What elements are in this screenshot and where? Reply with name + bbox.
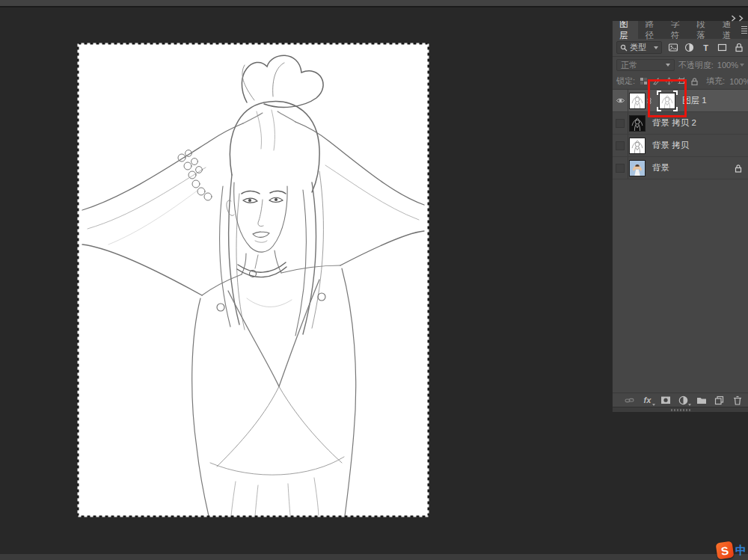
layer-mask-thumbnail[interactable]: [659, 93, 675, 109]
visibility-toggle[interactable]: [613, 112, 628, 134]
window-top-bar: [0, 0, 748, 7]
lock-label: 锁定:: [616, 76, 635, 87]
eye-icon: [616, 97, 625, 104]
panel-resize-handle[interactable]: [613, 407, 748, 412]
fill-value-select[interactable]: 100%: [729, 77, 748, 86]
layer-thumbnail[interactable]: [629, 160, 646, 176]
fill-label: 填充:: [706, 76, 725, 87]
lock-artboard-button[interactable]: [678, 77, 686, 86]
layer-thumbnail[interactable]: [629, 115, 646, 132]
layer-effects-button[interactable]: fx: [642, 395, 653, 406]
group-layers-button[interactable]: [696, 395, 707, 406]
tab-character[interactable]: 字符: [664, 21, 690, 39]
layer-name: 背景 拷贝 2: [652, 117, 696, 129]
panel-tab-bar: 图层 路径 字符 段落 通道: [613, 21, 748, 39]
layer-row-background[interactable]: 背景: [613, 157, 748, 179]
ime-indicator[interactable]: S 中: [717, 542, 747, 559]
blend-mode-value: 正常: [621, 60, 637, 71]
layer-thumbnail[interactable]: [629, 93, 646, 109]
hidden-visibility-well: [616, 164, 625, 173]
chevron-down-icon: [688, 404, 691, 406]
layer-filter-row: 类型 T: [613, 39, 748, 57]
document-canvas[interactable]: [79, 44, 428, 516]
panel-menu-icon[interactable]: [741, 21, 748, 39]
layer-row-bg-copy-2[interactable]: 背景 拷贝 2: [613, 112, 748, 135]
filter-shape-layers-icon[interactable]: [717, 42, 728, 53]
layer-lock-icon: [735, 164, 742, 173]
delete-layer-button[interactable]: [732, 395, 743, 406]
tab-paths[interactable]: 路径: [638, 21, 663, 39]
chevron-down-icon: [740, 64, 744, 67]
link-layers-button[interactable]: [624, 395, 635, 406]
opacity-value: 100%: [717, 61, 738, 70]
chevron-down-icon: [654, 46, 658, 49]
layer-row-layer-1[interactable]: 图层 1: [613, 90, 748, 112]
sketch-artwork: [79, 44, 428, 516]
tab-layers[interactable]: 图层: [613, 21, 638, 39]
mask-selected-corner: [673, 90, 678, 95]
filter-type-layers-icon[interactable]: T: [700, 42, 711, 53]
filter-kind-select[interactable]: 类型: [616, 41, 662, 54]
lock-position-button[interactable]: [665, 77, 673, 86]
chevron-down-icon: [652, 404, 655, 406]
visibility-toggle[interactable]: [613, 90, 628, 111]
blend-mode-select[interactable]: 正常: [616, 59, 675, 71]
filter-smart-object-icon[interactable]: [733, 42, 744, 53]
lock-transparency-button[interactable]: [640, 77, 648, 86]
layer-name: 背景 拷贝: [652, 140, 689, 151]
lock-all-button[interactable]: [690, 77, 699, 86]
filter-pixel-layers-icon[interactable]: [667, 42, 678, 53]
ime-lang-indicator[interactable]: 中: [735, 544, 747, 558]
panel-empty-area: [613, 179, 748, 393]
visibility-toggle[interactable]: [613, 135, 628, 156]
mask-selected-corner: [657, 90, 661, 95]
new-layer-button[interactable]: [714, 395, 725, 406]
tab-paragraph[interactable]: 段落: [690, 21, 715, 39]
filter-adjustment-layers-icon[interactable]: [684, 42, 695, 53]
mask-selected-corner: [657, 107, 661, 111]
ime-logo[interactable]: S: [716, 541, 735, 560]
mask-selected-corner: [673, 107, 678, 111]
taskbar-strip: [0, 554, 748, 560]
adjustment-layer-button[interactable]: [678, 395, 689, 406]
drag-handle-dots: [671, 409, 690, 411]
search-icon: [620, 44, 628, 52]
blend-options-row: 正常 不透明度: 100%: [613, 57, 748, 73]
layer-name: 图层 1: [682, 95, 707, 106]
opacity-value-select[interactable]: 100%: [717, 61, 744, 70]
filter-kind-label: 类型: [630, 42, 646, 53]
tab-channels[interactable]: 通道: [716, 21, 741, 39]
layer-row-bg-copy[interactable]: 背景 拷贝: [613, 135, 748, 157]
collapse-panels-icon[interactable]: [731, 15, 744, 22]
hidden-visibility-well: [616, 141, 625, 150]
mask-link-icon: [646, 97, 652, 105]
chevron-down-icon: [666, 64, 670, 67]
layers-panel: 图层 路径 字符 段落 通道 类型 T: [612, 21, 748, 412]
layer-name: 背景: [652, 162, 669, 173]
fill-value: 100%: [729, 77, 748, 86]
layers-panel-footer: fx: [613, 393, 748, 407]
visibility-toggle[interactable]: [613, 157, 628, 179]
add-mask-button[interactable]: [660, 395, 671, 406]
opacity-label: 不透明度:: [678, 60, 714, 71]
layer-thumbnail[interactable]: [629, 138, 646, 154]
lock-options-row: 锁定: 填充: 100%: [613, 73, 748, 90]
lock-pixels-button[interactable]: [652, 77, 660, 86]
fx-icon: fx: [644, 396, 652, 404]
hidden-visibility-well: [616, 119, 625, 128]
layer-list: 图层 1 背景 拷贝 2 背景 拷贝: [613, 90, 748, 179]
